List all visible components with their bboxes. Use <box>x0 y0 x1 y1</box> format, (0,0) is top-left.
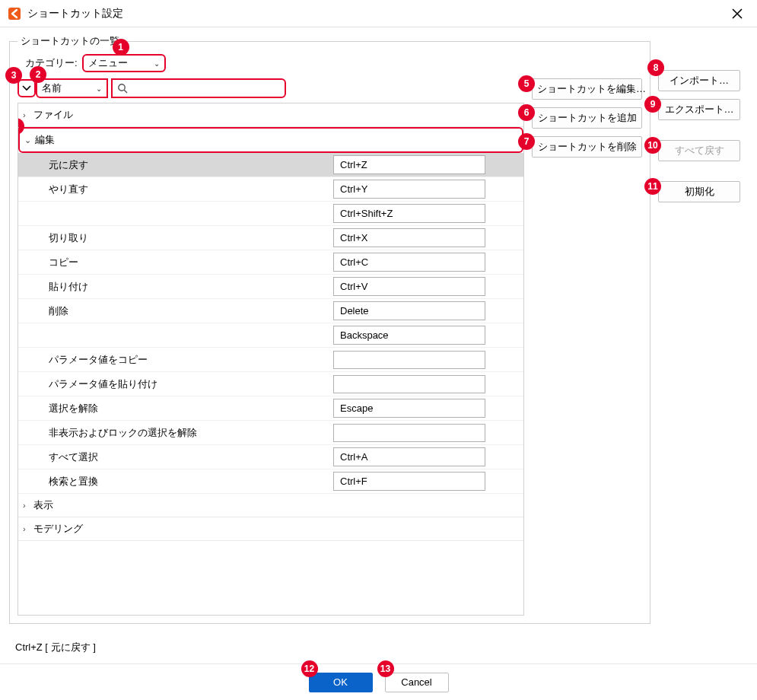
table-row[interactable]: 貼り付けCtrl+V <box>18 275 523 299</box>
chevron-right-icon: › <box>23 110 26 119</box>
group-header[interactable]: ›ファイル <box>18 103 523 127</box>
table-row[interactable]: Ctrl+Shift+Z <box>18 202 523 226</box>
group-name: モデリング <box>33 522 83 536</box>
table-row[interactable]: やり直すCtrl+Y <box>18 177 523 202</box>
shortcut-value[interactable]: Delete <box>333 301 485 320</box>
expand-all-button[interactable] <box>17 79 36 97</box>
group-header[interactable]: ⌄編集 <box>18 127 523 153</box>
shortcut-value[interactable]: Escape <box>333 399 485 418</box>
table-row[interactable]: 検索と置換Ctrl+F <box>18 469 523 494</box>
close-button[interactable] <box>725 2 749 26</box>
ok-button[interactable]: OK <box>309 673 373 692</box>
row-name: 貼り付け <box>18 275 333 298</box>
row-name: すべて選択 <box>18 446 333 469</box>
search-input[interactable] <box>132 82 280 95</box>
edit-shortcut-button[interactable]: ショートカットを編集… <box>532 78 642 100</box>
shortcut-value[interactable]: Ctrl+A <box>333 447 485 466</box>
row-name: パラメータ値を貼り付け <box>18 373 333 396</box>
shortcut-value[interactable]: Ctrl+X <box>333 228 485 247</box>
group-name: ファイル <box>33 108 73 122</box>
row-name <box>18 331 333 340</box>
table-row[interactable]: 選択を解除Escape <box>18 396 523 421</box>
shortcut-value[interactable] <box>333 351 485 369</box>
group-name: 表示 <box>33 498 53 512</box>
chevron-right-icon: › <box>23 524 26 533</box>
status-text: Ctrl+Z [ 元に戻す ] <box>15 641 745 654</box>
row-name: コピー <box>18 251 333 274</box>
fieldset-legend: ショートカットの一覧 <box>17 34 122 48</box>
delete-shortcut-button[interactable]: ショートカットを削除 <box>532 136 642 158</box>
shortcut-value[interactable]: Ctrl+V <box>333 277 485 296</box>
table-row[interactable]: パラメータ値をコピー <box>18 348 523 372</box>
import-button[interactable]: インポート… <box>658 70 740 91</box>
shortcut-value[interactable] <box>333 424 485 442</box>
shortcut-value[interactable] <box>333 375 485 393</box>
search-icon <box>117 83 128 94</box>
reset-all-button[interactable]: すべて戻す <box>658 140 740 161</box>
app-icon <box>8 7 21 21</box>
table-row[interactable]: 削除Delete <box>18 299 523 323</box>
chevron-down-icon: ⌄ <box>154 59 160 68</box>
svg-point-1 <box>119 84 125 91</box>
search-field[interactable] <box>111 78 286 98</box>
shortcut-value[interactable]: Ctrl+F <box>333 472 485 491</box>
row-name: 非表示およびロックの選択を解除 <box>18 422 333 444</box>
group-name: 編集 <box>35 133 55 147</box>
table-row[interactable]: すべて選択Ctrl+A <box>18 445 523 469</box>
filter-mode-select[interactable]: 名前 ⌄ <box>36 78 108 98</box>
shortcut-tree[interactable]: ›ファイル4⌄編集元に戻すCtrl+Zやり直すCtrl+YCtrl+Shift+… <box>17 103 524 616</box>
shortcut-value[interactable]: Ctrl+Y <box>333 180 485 199</box>
category-label: カテゴリー: <box>25 56 78 70</box>
shortcut-value[interactable]: Backspace <box>333 326 485 345</box>
row-name: 削除 <box>18 300 333 323</box>
shortcut-value[interactable]: Ctrl+Z <box>333 155 485 174</box>
chevron-down-icon: ⌄ <box>96 84 102 93</box>
row-name: 選択を解除 <box>18 397 333 420</box>
titlebar: ショートカット設定 <box>0 0 757 27</box>
group-header[interactable]: ›表示 <box>18 494 523 517</box>
table-row[interactable]: 非表示およびロックの選択を解除 <box>18 421 523 445</box>
row-name: 元に戻す <box>18 154 333 177</box>
table-row[interactable]: パラメータ値を貼り付け <box>18 372 523 396</box>
table-row[interactable]: コピーCtrl+C <box>18 250 523 275</box>
row-name: 検索と置換 <box>18 470 333 493</box>
group-header[interactable]: ›モデリング <box>18 517 523 541</box>
category-selected: メニュー <box>88 56 128 70</box>
chevron-down-icon: ⌄ <box>24 135 31 145</box>
cancel-button[interactable]: Cancel <box>385 673 449 692</box>
row-name <box>18 209 333 218</box>
table-row[interactable]: Backspace <box>18 323 523 348</box>
table-row[interactable]: 元に戻すCtrl+Z <box>18 153 523 177</box>
shortcut-value[interactable]: Ctrl+Shift+Z <box>333 204 485 223</box>
category-select[interactable]: メニュー ⌄ <box>82 54 166 72</box>
row-name: やり直す <box>18 178 333 201</box>
row-name: パラメータ値をコピー <box>18 348 333 371</box>
add-shortcut-button[interactable]: ショートカットを追加 <box>532 107 642 129</box>
chevron-right-icon: › <box>23 501 26 510</box>
table-row[interactable]: 切り取りCtrl+X <box>18 226 523 250</box>
initialize-button[interactable]: 初期化 <box>658 181 740 202</box>
shortcut-value[interactable]: Ctrl+C <box>333 253 485 272</box>
row-name: 切り取り <box>18 227 333 250</box>
svg-rect-0 <box>8 8 21 20</box>
export-button[interactable]: エクスポート… <box>658 99 740 120</box>
window-title: ショートカット設定 <box>27 7 725 21</box>
filter-mode-value: 名前 <box>42 81 62 95</box>
